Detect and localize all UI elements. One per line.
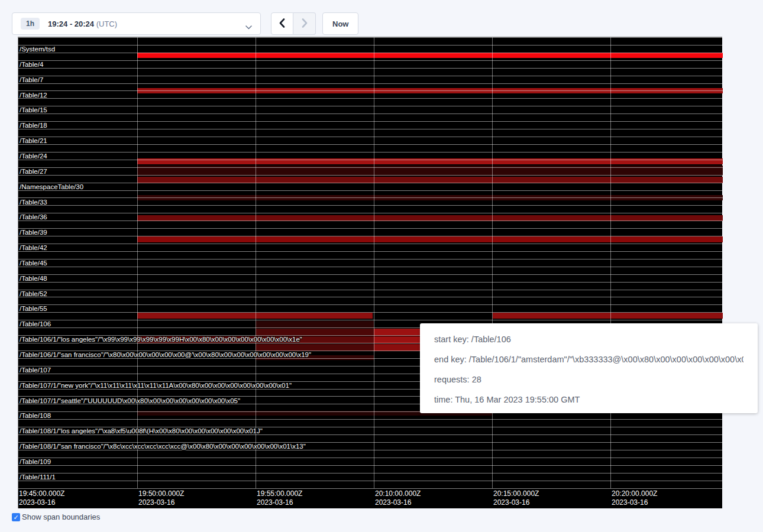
time-gridline: [610, 37, 611, 488]
span-boundary-line: [18, 60, 723, 61]
row-label: /Table/4: [20, 61, 43, 68]
row-label: /NamespaceTable/30: [20, 183, 83, 190]
row-label: /Table/109: [20, 458, 51, 465]
hover-tooltip: start key: /Table/106end key: /Table/106…: [420, 323, 758, 413]
tooltip-line: time: Thu, 16 Mar 2023 19:55:00 GMT: [434, 390, 743, 410]
x-axis-time: 20:15:00.000Z: [493, 489, 539, 498]
span-boundary-line: [18, 488, 723, 489]
tooltip-line: end key: /Table/106/1/"amsterdam"/"\xb33…: [434, 349, 743, 369]
x-axis-time: 19:50:00.000Z: [138, 489, 184, 498]
span-boundary-line: [18, 83, 723, 84]
span-boundary-line: [18, 244, 723, 244]
row-label: /Table/108/1/"san francisco"/"\x8c\xcc\x…: [20, 443, 306, 450]
time-range-select[interactable]: 1h 19:24 - 20:24 (UTC): [12, 12, 261, 35]
span-boundary-line: [18, 137, 723, 137]
duration-badge: 1h: [21, 18, 40, 30]
tooltip-line: requests: 28: [434, 369, 743, 390]
row-label: /Table/106/1/"los angeles"/"\x99\x99\x99…: [20, 336, 302, 343]
row-label: /Table/111/1: [20, 473, 56, 481]
time-gridline: [137, 37, 138, 488]
x-axis-tick: 19:50:00.000Z2023-03-16: [138, 489, 184, 507]
span-boundary-line: [18, 183, 723, 183]
x-axis-time: 20:10:00.000Z: [375, 489, 421, 498]
span-boundary-line: [18, 419, 723, 420]
span-boundary-line: [18, 267, 723, 267]
span-boundary-line: [18, 121, 723, 122]
span-boundary-line: [18, 297, 723, 297]
span-boundary-line: [18, 160, 723, 160]
x-axis-tick: 20:10:00.000Z2023-03-16: [375, 489, 421, 507]
span-boundary-line: [18, 481, 723, 481]
row-label: /Table/33: [20, 199, 47, 206]
span-boundary-line: [18, 113, 723, 114]
row-label: /Table/108/1/"los angeles"/"\xa8\xf5\u00…: [20, 427, 263, 434]
span-boundary-line: [18, 197, 723, 198]
row-label: /Table/55: [20, 305, 47, 312]
span-boundary-line: [18, 220, 723, 221]
row-label: /Table/12: [20, 92, 47, 99]
span-boundary-line: [18, 53, 723, 53]
span-boundary-line: [18, 68, 723, 69]
span-boundary-line: [18, 213, 723, 213]
row-label: /Table/106: [20, 320, 51, 327]
row-label: /Table/24: [20, 153, 47, 160]
x-axis-date: 2023-03-16: [257, 498, 302, 507]
key-visualizer-canvas[interactable]: /System/tsd/Table/4/Table/7/Table/12/Tab…: [18, 37, 722, 508]
row-label: /Table/107/1/"seattle"/"UUUUUUD\x00\x80\…: [20, 397, 240, 404]
chevron-down-icon: [245, 21, 252, 32]
prev-interval-button[interactable]: [271, 12, 293, 35]
time-toolbar: 1h 19:24 - 20:24 (UTC) Now: [0, 0, 763, 37]
span-boundary-line: [18, 90, 723, 91]
span-boundary-line: [18, 129, 723, 129]
span-boundary-line: [18, 304, 723, 305]
x-axis-time: 19:45:00.000Z: [19, 489, 64, 498]
row-label: /Table/45: [20, 259, 47, 267]
span-boundary-line: [18, 106, 723, 106]
row-label: /Table/107/1/"new york"/"\x11\x11\x11\x1…: [20, 382, 292, 389]
time-range-text: 19:24 - 20:24 (UTC): [48, 20, 117, 28]
span-boundary-line: [18, 45, 723, 46]
x-axis-date: 2023-03-16: [375, 498, 421, 507]
row-label: /Table/108: [20, 412, 51, 419]
row-label: /System/tsd: [20, 46, 55, 53]
x-axis-tick: 20:20:00.000Z2023-03-16: [612, 489, 657, 507]
time-nav-group: [271, 12, 316, 35]
x-axis-date: 2023-03-16: [493, 498, 539, 507]
time-zone-text: (UTC): [96, 20, 117, 28]
span-boundaries-label: Show span boundaries: [22, 512, 100, 521]
span-boundary-line: [18, 144, 723, 145]
row-label: /Table/15: [20, 106, 47, 113]
span-boundary-line: [18, 76, 723, 76]
span-boundary-line: [18, 290, 723, 290]
time-range-value: 19:24 - 20:24: [48, 20, 94, 28]
span-boundary-line: [18, 190, 723, 191]
span-boundary-line: [18, 282, 723, 283]
next-interval-button[interactable]: [293, 12, 316, 35]
row-label: /Table/48: [20, 275, 47, 282]
span-boundary-line: [18, 228, 723, 229]
heat-band: [137, 236, 723, 242]
row-label: /Table/27: [20, 168, 47, 175]
x-axis-time: 20:20:00.000Z: [612, 489, 657, 498]
span-boundary-line: [18, 167, 723, 168]
heat-band: [137, 313, 373, 319]
row-label: /Table/107: [20, 366, 51, 374]
span-boundary-line: [18, 251, 723, 252]
time-gridline: [492, 37, 493, 488]
x-axis-date: 2023-03-16: [138, 498, 184, 507]
span-boundary-line: [18, 236, 723, 236]
tooltip-line: start key: /Table/106: [434, 329, 743, 349]
chevron-right-icon: [302, 18, 308, 30]
row-label: /Table/18: [20, 122, 47, 129]
row-label: /Table/39: [20, 229, 47, 236]
span-boundary-line: [18, 312, 723, 313]
span-boundaries-checkbox[interactable]: ✓: [12, 513, 20, 521]
span-boundary-line: [18, 175, 723, 176]
row-label: /Table/52: [20, 290, 47, 297]
heat-band: [137, 53, 723, 58]
now-button[interactable]: Now: [322, 12, 358, 35]
span-boundary-line: [18, 37, 723, 38]
heat-band: [493, 313, 723, 319]
x-axis-date: 2023-03-16: [19, 498, 64, 507]
x-axis-tick: 19:55:00.000Z2023-03-16: [257, 489, 302, 507]
